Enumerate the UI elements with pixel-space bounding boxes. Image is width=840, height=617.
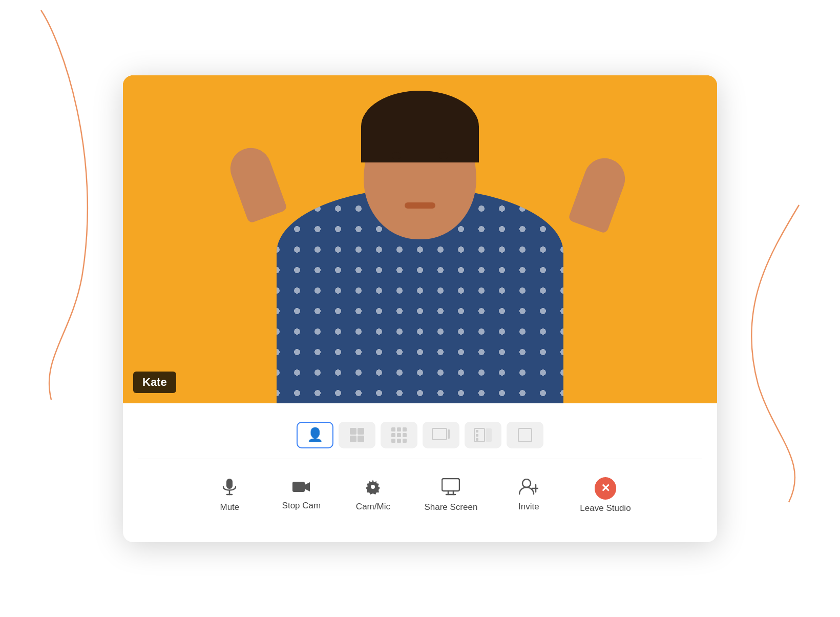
svg-rect-17 bbox=[476, 434, 478, 437]
view-btn-grid2[interactable] bbox=[339, 422, 375, 448]
bottom-panel: 👤 bbox=[123, 403, 717, 542]
stop-cam-button[interactable]: Stop Cam bbox=[265, 471, 337, 519]
grid2-icon bbox=[349, 427, 365, 443]
share-screen-label: Share Screen bbox=[424, 502, 477, 512]
view-btn-grid3[interactable] bbox=[381, 422, 417, 448]
camera-icon bbox=[292, 480, 310, 497]
invite-label: Invite bbox=[518, 502, 539, 512]
svg-rect-4 bbox=[391, 427, 395, 431]
participant-name-badge: Kate bbox=[133, 372, 176, 393]
svg-rect-12 bbox=[403, 439, 407, 443]
view-selector: 👤 bbox=[138, 414, 702, 459]
svg-point-27 bbox=[371, 485, 375, 489]
svg-rect-1 bbox=[358, 428, 364, 435]
svg-rect-20 bbox=[518, 428, 532, 442]
svg-rect-24 bbox=[292, 482, 305, 492]
leave-studio-button[interactable]: ✕ Leave Studio bbox=[564, 469, 646, 522]
svg-rect-9 bbox=[403, 433, 407, 437]
cam-mic-label: Cam/Mic bbox=[356, 502, 390, 512]
svg-rect-5 bbox=[397, 427, 401, 431]
svg-rect-3 bbox=[358, 436, 364, 442]
svg-rect-8 bbox=[397, 433, 401, 437]
monitor-icon bbox=[442, 478, 460, 498]
person-add-icon bbox=[519, 479, 538, 498]
share-screen-button[interactable]: Share Screen bbox=[409, 470, 493, 521]
screen-view-icon bbox=[432, 428, 450, 442]
cam-mic-button[interactable]: Cam/Mic bbox=[337, 470, 409, 520]
leave-icon: ✕ bbox=[595, 478, 616, 499]
svg-rect-21 bbox=[226, 479, 233, 489]
stop-cam-label: Stop Cam bbox=[282, 501, 321, 511]
video-area: Kate bbox=[123, 75, 717, 403]
svg-marker-25 bbox=[305, 482, 310, 491]
svg-rect-14 bbox=[448, 429, 450, 439]
mute-label: Mute bbox=[220, 502, 239, 512]
app-container: Kate 👤 bbox=[123, 75, 717, 542]
leave-studio-label: Leave Studio bbox=[580, 503, 631, 513]
svg-point-32 bbox=[522, 479, 531, 487]
svg-rect-28 bbox=[442, 479, 459, 491]
invite-button[interactable]: Invite bbox=[493, 470, 564, 520]
grid3-icon bbox=[391, 427, 407, 443]
svg-rect-0 bbox=[350, 428, 356, 435]
video-person bbox=[123, 75, 717, 403]
view-btn-screen[interactable] bbox=[423, 422, 459, 448]
svg-rect-18 bbox=[476, 438, 478, 441]
svg-rect-7 bbox=[391, 433, 395, 437]
gear-icon bbox=[365, 479, 381, 498]
mute-button[interactable]: Mute bbox=[194, 470, 265, 521]
svg-rect-19 bbox=[486, 428, 492, 442]
blank-view-icon bbox=[518, 428, 532, 442]
svg-rect-13 bbox=[432, 428, 447, 440]
svg-rect-11 bbox=[397, 439, 401, 443]
side-view-icon bbox=[474, 428, 492, 442]
view-btn-blank[interactable] bbox=[507, 422, 543, 448]
svg-rect-16 bbox=[476, 430, 478, 433]
svg-rect-6 bbox=[403, 427, 407, 431]
view-btn-person[interactable]: 👤 bbox=[297, 422, 333, 448]
svg-rect-2 bbox=[350, 436, 356, 442]
svg-rect-10 bbox=[391, 439, 395, 443]
mic-icon bbox=[222, 478, 237, 498]
view-btn-side[interactable] bbox=[465, 422, 501, 448]
person-view-icon: 👤 bbox=[307, 427, 323, 443]
controls-bar: Mute Stop Cam bbox=[138, 459, 702, 527]
